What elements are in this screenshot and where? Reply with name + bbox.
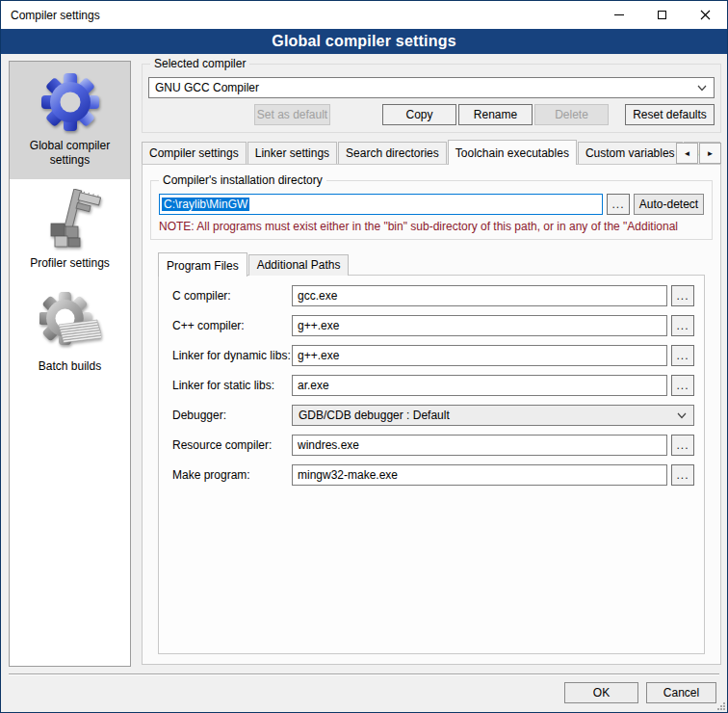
sidebar-item-profiler-settings[interactable]: Profiler settings [10,179,130,282]
install-dir-browse-button[interactable]: ... [607,194,630,215]
compiler-buttons-row: Set as default Copy Rename Delete Reset … [148,104,715,125]
arrow-left-icon: ◄ [684,149,691,158]
page-title: Global compiler settings [1,29,727,54]
tab-custom-variables[interactable]: Custom variables [578,142,683,164]
auto-detect-button[interactable]: Auto-detect [634,194,704,215]
resource-compiler-browse-button[interactable]: ... [671,435,694,456]
static-linker-browse-button[interactable]: ... [671,375,694,396]
toolchain-executables-pane: Compiler's installation directory C:\ray… [142,164,721,665]
copy-button[interactable]: Copy [382,104,456,125]
close-button[interactable] [684,1,727,29]
set-as-default-button[interactable]: Set as default [254,104,330,125]
make-program-input[interactable] [292,464,667,486]
compiler-select[interactable]: GNU GCC Compiler [148,77,715,98]
tab-scroll-left-button[interactable]: ◄ [676,143,698,164]
field-row-debugger: Debugger: GDB/CDB debugger : Default [172,405,694,426]
maximize-button[interactable] [640,1,684,29]
c-compiler-input[interactable] [292,285,667,306]
installation-directory-row: C:\raylib\MinGW ... Auto-detect [159,194,704,215]
tab-scroll-right-button[interactable]: ► [699,143,721,164]
field-label: Linker for dynamic libs: [172,349,292,362]
resource-compiler-input[interactable] [292,435,667,456]
arrow-right-icon: ► [707,149,715,158]
footer-divider [9,673,719,675]
reset-defaults-button[interactable]: Reset defaults [625,104,715,125]
footer-buttons: OK Cancel [564,682,716,703]
minimize-button[interactable] [597,1,640,29]
maximize-icon [658,11,666,19]
field-row-c-compiler: C compiler: ... [172,285,694,306]
window-controls [597,1,727,29]
delete-button[interactable]: Delete [534,104,609,125]
main-panel: Selected compiler GNU GCC Compiler Set a… [142,61,721,665]
debugger-select-value: GDB/CDB debugger : Default [299,409,450,422]
program-files-pane: C compiler: ... C++ compiler: ... Linker… [158,275,705,654]
debugger-select[interactable]: GDB/CDB debugger : Default [292,405,694,426]
sidebar-item-batch-builds[interactable]: Batch builds [10,282,130,385]
sidebar-item-label: Global compiler settings [13,139,126,168]
cpp-compiler-browse-button[interactable]: ... [671,315,694,336]
ok-button[interactable]: OK [564,682,638,703]
sidebar-item-label: Batch builds [13,359,126,374]
spacer [330,104,382,125]
subtab-additional-paths[interactable]: Additional Paths [248,254,350,276]
cancel-button[interactable]: Cancel [646,682,716,703]
field-row-cpp-compiler: C++ compiler: ... [172,315,694,336]
field-label: Make program: [172,468,292,482]
settings-tabstrip: Compiler settings Linker settings Search… [142,139,721,164]
make-program-browse-button[interactable]: ... [671,464,694,486]
field-label: Resource compiler: [172,438,292,452]
settings-category-list: Global compiler settings [9,61,131,667]
cpp-compiler-input[interactable] [292,315,667,336]
window-title: Compiler settings [1,9,100,22]
rename-button[interactable]: Rename [458,104,533,125]
field-row-resource-compiler: Resource compiler: ... [172,435,694,456]
caliper-icon [39,189,101,251]
dynamic-linker-input[interactable] [292,345,667,366]
chevron-down-icon [697,85,707,92]
bin-subdirectory-note: NOTE: All programs must exist either in … [159,220,704,233]
sidebar-item-global-compiler-settings[interactable]: Global compiler settings [10,62,130,179]
field-label: Debugger: [172,409,292,422]
blue-gear-icon [39,71,101,133]
tab-compiler-settings[interactable]: Compiler settings [142,142,247,164]
c-compiler-browse-button[interactable]: ... [671,285,694,306]
program-files-tabstrip: Program Files Additional Paths [158,251,705,276]
install-dir-input[interactable]: C:\raylib\MinGW [159,194,603,215]
selected-compiler-group: Selected compiler GNU GCC Compiler Set a… [142,64,721,133]
resize-grip[interactable] [716,701,725,710]
install-dir-selected-text: C:\raylib\MinGW [162,198,249,211]
field-row-static-linker: Linker for static libs: ... [172,375,694,396]
installation-directory-group-label: Compiler's installation directory [159,173,326,187]
field-label: C++ compiler: [172,319,292,332]
tab-search-directories[interactable]: Search directories [338,142,447,164]
tab-toolchain-executables[interactable]: Toolchain executables [448,140,577,165]
tab-linker-settings[interactable]: Linker settings [247,142,337,164]
compiler-select-value: GNU GCC Compiler [155,81,259,94]
installation-directory-group: Compiler's installation directory C:\ray… [150,180,713,240]
sidebar-item-label: Profiler settings [13,256,126,271]
compiler-settings-dialog: Compiler settings Global compiler settin… [0,0,728,713]
chevron-down-icon [677,412,687,419]
field-label: Linker for static libs: [172,379,292,392]
field-row-dynamic-linker: Linker for dynamic libs: ... [172,345,694,366]
subtab-program-files[interactable]: Program Files [158,252,247,277]
gear-paper-stack-icon [39,292,101,354]
spacer [609,104,625,125]
field-row-make-program: Make program: ... [172,464,694,486]
field-label: C compiler: [172,289,292,303]
static-linker-input[interactable] [292,375,667,396]
minimize-icon [614,14,624,15]
close-icon [700,10,711,20]
titlebar: Compiler settings [1,1,727,29]
selected-compiler-group-label: Selected compiler [150,57,249,70]
dynamic-linker-browse-button[interactable]: ... [671,345,694,366]
